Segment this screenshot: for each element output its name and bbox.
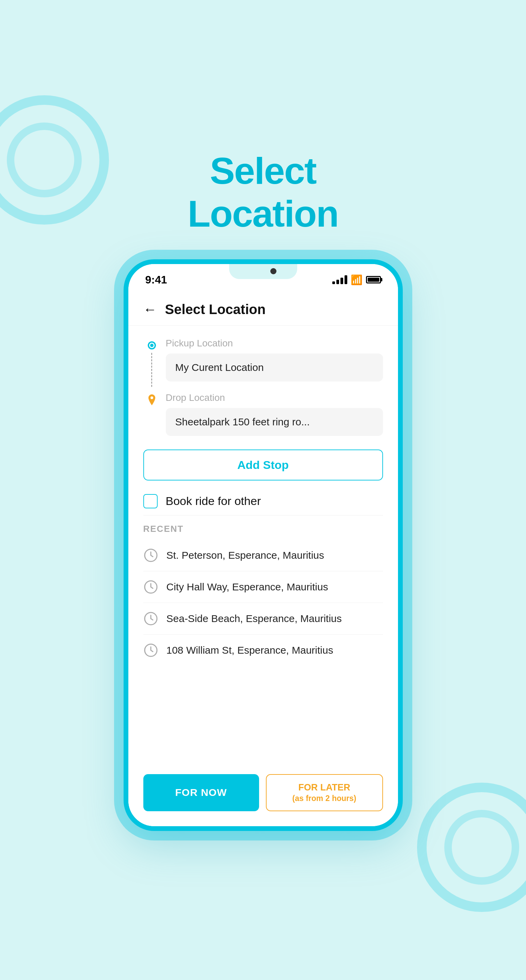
for-later-sub: (as from 2 hours) — [273, 794, 376, 804]
route-dashed-line — [151, 353, 152, 387]
drop-line — [143, 392, 160, 406]
for-now-button[interactable]: FOR NOW — [143, 774, 259, 811]
drop-inputs: Drop Location Sheetalpark 150 feet ring … — [166, 392, 383, 436]
phone-btn-mute — [124, 332, 125, 360]
phone-screen: 9:41 📶 — [128, 264, 398, 826]
recent-item-3[interactable]: 108 William St, Esperance, Mauritius — [143, 635, 383, 666]
recent-item-0[interactable]: St. Peterson, Esperance, Mauritius — [143, 540, 383, 571]
phone-frame: 9:41 📶 — [124, 259, 403, 831]
header-title: Select Location — [165, 302, 266, 317]
pickup-pin-icon — [146, 339, 158, 352]
recent-clock-icon-2 — [143, 611, 158, 626]
pickup-input[interactable]: My Curent Location — [166, 353, 383, 382]
book-other-row: Book ride for other — [128, 487, 398, 515]
drop-pin-icon — [146, 394, 158, 406]
drop-row: Drop Location Sheetalpark 150 feet ring … — [143, 392, 383, 436]
location-form: Pickup Location My Curent Location — [128, 326, 398, 443]
recent-clock-icon-0 — [143, 548, 158, 563]
phone-btn-vol-up — [124, 373, 125, 414]
page-title: Select Location — [188, 150, 338, 235]
recent-clock-icon-1 — [143, 579, 158, 595]
add-stop-button[interactable]: Add Stop — [143, 450, 383, 480]
recent-text-3: 108 William St, Esperance, Mauritius — [166, 644, 333, 656]
battery-icon — [366, 276, 381, 283]
for-later-button[interactable]: FOR LATER (as from 2 hours) — [266, 774, 383, 811]
book-other-label: Book ride for other — [166, 495, 261, 508]
svg-point-2 — [150, 396, 153, 399]
recent-text-1: City Hall Way, Esperance, Mauritius — [166, 581, 328, 593]
status-bar: 9:41 📶 — [128, 264, 398, 290]
phone-btn-vol-down — [124, 424, 125, 465]
phone-btn-power — [402, 383, 403, 438]
recent-item-1[interactable]: City Hall Way, Esperance, Mauritius — [143, 571, 383, 603]
front-camera — [270, 268, 276, 274]
notch — [229, 264, 297, 279]
page-container: Select Location 9:41 — [0, 0, 526, 980]
wifi-icon: 📶 — [351, 274, 363, 285]
title-line1: Select — [210, 150, 316, 192]
book-other-checkbox[interactable] — [143, 494, 158, 508]
status-time: 9:41 — [145, 274, 167, 286]
pickup-inputs: Pickup Location My Curent Location — [166, 338, 383, 382]
back-button[interactable]: ← — [143, 302, 157, 317]
recent-item-2[interactable]: Sea-Side Beach, Esperance, Mauritius — [143, 603, 383, 635]
app-content: Pickup Location My Curent Location — [128, 326, 398, 826]
bottom-buttons: FOR NOW FOR LATER (as from 2 hours) — [128, 765, 398, 826]
for-later-label: FOR LATER — [298, 782, 350, 792]
recent-section-label: RECENT — [143, 524, 383, 534]
drop-input[interactable]: Sheetalpark 150 feet ring ro... — [166, 408, 383, 436]
pickup-row: Pickup Location My Curent Location — [143, 338, 383, 387]
signal-icon — [332, 275, 347, 284]
recent-text-2: Sea-Side Beach, Esperance, Mauritius — [166, 613, 342, 624]
svg-point-1 — [150, 344, 153, 347]
drop-label: Drop Location — [166, 392, 383, 403]
pickup-line — [143, 338, 160, 387]
app-header: ← Select Location — [128, 290, 398, 326]
status-icons: 📶 — [332, 274, 381, 285]
recent-section: RECENT St. Peterson, Esperance, Mauritiu… — [128, 515, 398, 666]
recent-clock-icon-3 — [143, 643, 158, 658]
title-line2: Location — [188, 192, 338, 234]
pickup-label: Pickup Location — [166, 338, 383, 349]
recent-text-0: St. Peterson, Esperance, Mauritius — [166, 550, 324, 561]
